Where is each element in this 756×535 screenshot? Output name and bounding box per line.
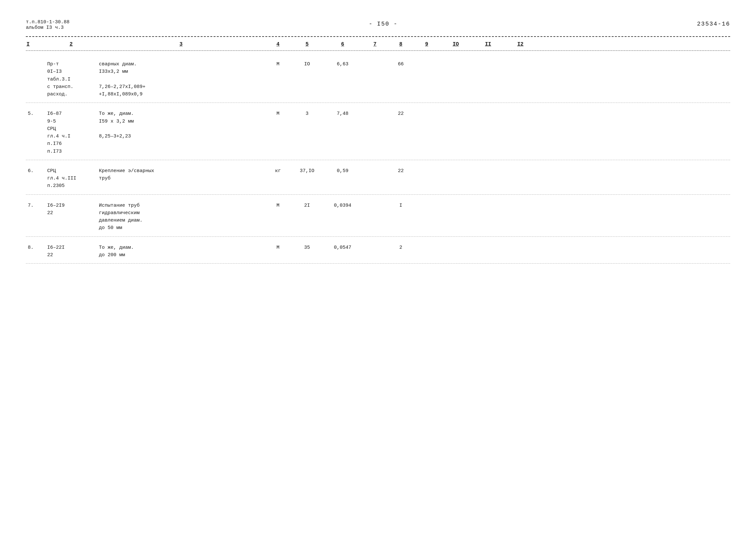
cell-row5-num: 5. xyxy=(26,109,45,119)
cell-row6-col5: 37,IO xyxy=(291,166,323,176)
cell-row7-col6: 0,0394 xyxy=(323,201,362,211)
column-headers: I 2 3 4 5 6 7 8 9 IO II I2 xyxy=(26,40,730,51)
cell-row5-col10 xyxy=(440,109,472,111)
cell-row1-col5: IO xyxy=(291,59,323,69)
table-body: Пр-т0I–I3табл.3.Iс трансп.расход. сварны… xyxy=(26,56,730,264)
table-row: 5. I6–879-5СРЦгл.4 ч.Iп.I76п.I73 То же, … xyxy=(26,105,730,160)
cell-row7-col8: I xyxy=(388,201,414,211)
cell-row1-col6: 6,63 xyxy=(323,59,362,69)
cell-row8-col12 xyxy=(504,242,536,245)
cell-row7-col7 xyxy=(362,201,388,203)
cell-row8-col2: I6–22I22 xyxy=(45,242,97,260)
cell-row1-col3: сварных диам.I33х3,2 мм7,26–2,27хI,089++… xyxy=(97,59,265,99)
col-header-6: 6 xyxy=(323,40,362,48)
table-row: 7. I6–2I922 Испытание трубгидравлическим… xyxy=(26,197,730,237)
cell-row6-col10 xyxy=(440,166,472,169)
cell-row8-col11 xyxy=(472,242,504,245)
cell-row6-col9 xyxy=(414,166,440,169)
cell-row7-col12 xyxy=(504,201,536,203)
cell-row5-col5: 3 xyxy=(291,109,323,119)
cell-row7-col11 xyxy=(472,201,504,203)
cell-row5-col11 xyxy=(472,109,504,111)
col-header-5: 5 xyxy=(291,40,323,48)
col-header-8: 8 xyxy=(388,40,414,48)
header-left-line2: альбом I3 ч.3 xyxy=(26,25,69,30)
header-area: т.п.810-1-30.88 альбом I3 ч.3 - I50 - 23… xyxy=(26,19,730,30)
cell-row5-col6: 7,48 xyxy=(323,109,362,119)
cell-row8-col4: М xyxy=(265,242,291,253)
cell-row6-col2: СРЦгл.4 ч.IIIп.2305 xyxy=(45,166,97,191)
cell-row1-col8: 66 xyxy=(388,59,414,69)
header-left-line1: т.п.810-1-30.88 xyxy=(26,19,69,25)
table-row: Пр-т0I–I3табл.3.Iс трансп.расход. сварны… xyxy=(26,56,730,103)
cell-row5-col3: То же, диам.I59 х 3,2 мм8,25–3+2,23 xyxy=(97,109,265,141)
cell-row8-col6: 0,0547 xyxy=(323,242,362,253)
cell-row8-col10 xyxy=(440,242,472,245)
cell-row8-col7 xyxy=(362,242,388,245)
top-divider xyxy=(26,36,730,37)
cell-row6-col3: Крепление э/сварныхтруб xyxy=(97,166,265,184)
cell-row1-col2: Пр-т0I–I3табл.3.Iс трансп.расход. xyxy=(45,59,97,99)
cell-row5-col12 xyxy=(504,109,536,111)
cell-row7-col9 xyxy=(414,201,440,203)
cell-row6-col11 xyxy=(472,166,504,169)
cell-row7-col5: 2I xyxy=(291,201,323,211)
cell-row5-col4: М xyxy=(265,109,291,119)
header-left: т.п.810-1-30.88 альбом I3 ч.3 xyxy=(26,19,69,30)
cell-row8-col8: 2 xyxy=(388,242,414,253)
col-header-7: 7 xyxy=(362,40,388,48)
cell-row7-col10 xyxy=(440,201,472,203)
cell-row1-col7 xyxy=(362,59,388,62)
cell-row8-col3: То же, диам.до 200 мм xyxy=(97,242,265,260)
cell-row8-col5: 35 xyxy=(291,242,323,253)
cell-row6-num: 6. xyxy=(26,166,45,176)
cell-row5-col2: I6–879-5СРЦгл.4 ч.Iп.I76п.I73 xyxy=(45,109,97,156)
cell-row7-num: 7. xyxy=(26,201,45,211)
col-header-11: II xyxy=(472,40,504,48)
cell-row7-col2: I6–2I922 xyxy=(45,201,97,218)
cell-row6-col12 xyxy=(504,166,536,169)
col-header-1: I xyxy=(26,40,45,48)
cell-row1-col12 xyxy=(504,59,536,62)
table-row: 8. I6–22I22 То же, диам.до 200 мм М 35 0… xyxy=(26,239,730,264)
col-header-10: IO xyxy=(440,40,472,48)
table-row: 6. СРЦгл.4 ч.IIIп.2305 Крепление э/сварн… xyxy=(26,163,730,195)
cell-row1-col10 xyxy=(440,59,472,62)
col-header-2: 2 xyxy=(45,40,97,48)
cell-row1-col9 xyxy=(414,59,440,62)
cell-row6-col6: 0,59 xyxy=(323,166,362,176)
cell-row5-col8: 22 xyxy=(388,109,414,119)
cell-row1-col4: М xyxy=(265,59,291,69)
cell-row8-num: 8. xyxy=(26,242,45,253)
cell-row1-col11 xyxy=(472,59,504,62)
col-header-3: 3 xyxy=(97,40,265,48)
col-header-4: 4 xyxy=(265,40,291,48)
cell-row5-col9 xyxy=(414,109,440,111)
cell-row5-col7 xyxy=(362,109,388,111)
col-header-9: 9 xyxy=(414,40,440,48)
header-right: 23534-16 xyxy=(697,21,730,27)
cell-row7-col3: Испытание трубгидравлическимдавлением ди… xyxy=(97,201,265,233)
cell-row6-col7 xyxy=(362,166,388,169)
cell-row6-col8: 22 xyxy=(388,166,414,176)
col-header-12: I2 xyxy=(504,40,536,48)
header-center: - I50 - xyxy=(369,21,398,27)
cell-row1-num xyxy=(26,59,45,62)
cell-row8-col9 xyxy=(414,242,440,245)
cell-row7-col4: М xyxy=(265,201,291,211)
cell-row6-col4: кг xyxy=(265,166,291,176)
